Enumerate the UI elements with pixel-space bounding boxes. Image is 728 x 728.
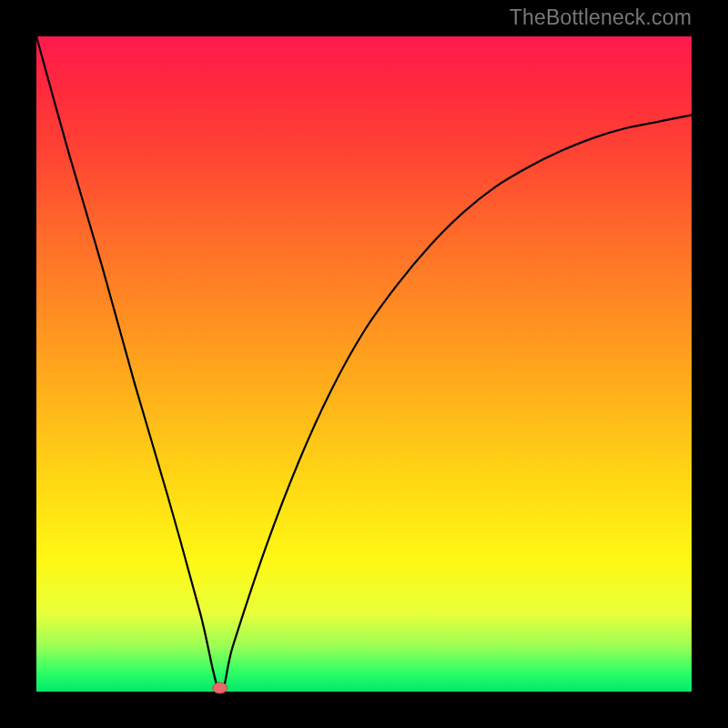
plot-area bbox=[36, 36, 692, 692]
chart-frame: TheBottleneck.com bbox=[0, 0, 728, 728]
minimum-marker bbox=[213, 682, 228, 693]
curve-layer bbox=[36, 36, 692, 692]
watermark-text: TheBottleneck.com bbox=[510, 5, 692, 30]
bottleneck-curve bbox=[36, 36, 692, 693]
